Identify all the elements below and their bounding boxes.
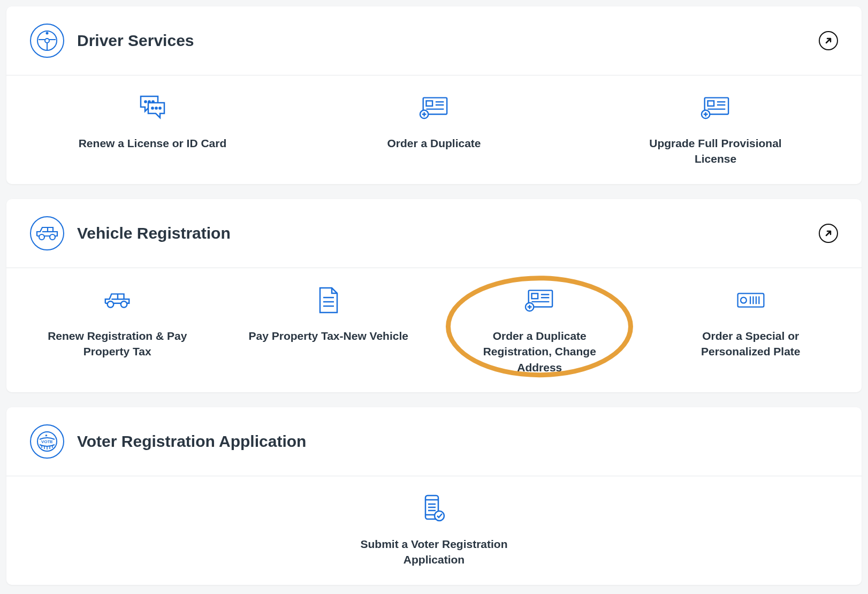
document-icon bbox=[314, 285, 344, 315]
license-add-icon bbox=[701, 93, 730, 123]
plate-icon bbox=[736, 285, 766, 315]
driver-services-body: Renew a License or ID Card Order a Dupli… bbox=[6, 75, 862, 184]
vehicle-registration-header: Vehicle Registration bbox=[6, 199, 862, 268]
vehicle-registration-card: Vehicle Registration Renew Registration … bbox=[6, 199, 862, 392]
tile-renew-license[interactable]: Renew a License or ID Card bbox=[12, 85, 293, 171]
tile-label: Pay Property Tax-New Vehicle bbox=[249, 328, 408, 344]
header-left: VOTE Voter Registration Application bbox=[30, 424, 306, 459]
expand-driver-button[interactable] bbox=[819, 31, 838, 50]
phone-check-icon bbox=[419, 493, 449, 523]
vote-icon: VOTE bbox=[30, 424, 64, 459]
license-add-icon bbox=[419, 93, 449, 123]
tile-upgrade-provisional[interactable]: Upgrade Full Provisional License bbox=[575, 85, 856, 171]
tile-order-duplicate-license[interactable]: Order a Duplicate bbox=[293, 85, 575, 171]
tile-label: Submit a Voter Registration Application bbox=[354, 536, 514, 568]
arrow-up-right-icon bbox=[824, 229, 833, 238]
arrow-up-right-icon bbox=[824, 36, 833, 45]
vehicle-registration-title: Vehicle Registration bbox=[77, 224, 231, 242]
license-add-icon bbox=[524, 285, 554, 315]
svg-point-2 bbox=[47, 33, 48, 34]
voter-registration-title: Voter Registration Application bbox=[77, 432, 306, 451]
voter-registration-body: Submit a Voter Registration Application bbox=[6, 476, 862, 585]
tile-special-plate[interactable]: Order a Special or Personalized Plate bbox=[645, 278, 857, 379]
voter-registration-header: VOTE Voter Registration Application bbox=[6, 407, 862, 476]
svg-point-7 bbox=[155, 107, 157, 109]
tile-label: Order a Duplicate Registration, Change A… bbox=[459, 328, 620, 375]
tile-pay-property-tax[interactable]: Pay Property Tax-New Vehicle bbox=[223, 278, 435, 379]
svg-point-25 bbox=[108, 301, 114, 308]
driver-services-card: Driver Services Renew a License or ID Ca… bbox=[6, 6, 862, 184]
driver-services-title: Driver Services bbox=[77, 32, 194, 50]
header-left: Vehicle Registration bbox=[30, 216, 231, 250]
voter-registration-card: VOTE Voter Registration Application bbox=[6, 407, 862, 585]
expand-vehicle-button[interactable] bbox=[819, 224, 838, 243]
steering-wheel-icon bbox=[30, 24, 64, 58]
tile-renew-registration[interactable]: Renew Registration & Pay Property Tax bbox=[12, 278, 223, 379]
vehicle-icon bbox=[102, 285, 132, 315]
svg-point-1 bbox=[45, 39, 49, 43]
tile-submit-voter[interactable]: Submit a Voter Registration Application bbox=[344, 486, 524, 572]
svg-rect-33 bbox=[532, 293, 538, 299]
tile-label: Order a Duplicate bbox=[387, 135, 481, 151]
svg-rect-16 bbox=[708, 101, 714, 106]
svg-point-39 bbox=[741, 297, 747, 303]
svg-text:VOTE: VOTE bbox=[41, 439, 53, 444]
header-left: Driver Services bbox=[30, 24, 194, 58]
tile-duplicate-registration[interactable]: Order a Duplicate Registration, Change A… bbox=[434, 278, 645, 379]
svg-point-3 bbox=[144, 101, 146, 102]
chat-icon bbox=[138, 93, 167, 123]
vehicle-registration-body: Renew Registration & Pay Property Tax Pa… bbox=[6, 268, 862, 392]
tile-label: Renew a License or ID Card bbox=[79, 135, 227, 151]
svg-rect-10 bbox=[427, 101, 433, 106]
vehicle-icon bbox=[30, 216, 64, 250]
driver-services-header: Driver Services bbox=[6, 6, 862, 75]
svg-point-22 bbox=[50, 234, 55, 240]
tile-label: Upgrade Full Provisional License bbox=[635, 135, 796, 167]
tile-label: Renew Registration & Pay Property Tax bbox=[37, 328, 197, 360]
svg-point-26 bbox=[121, 301, 127, 308]
svg-point-8 bbox=[159, 107, 161, 109]
svg-point-21 bbox=[39, 234, 44, 240]
tile-label: Order a Special or Personalized Plate bbox=[671, 328, 831, 360]
svg-point-6 bbox=[151, 107, 153, 109]
